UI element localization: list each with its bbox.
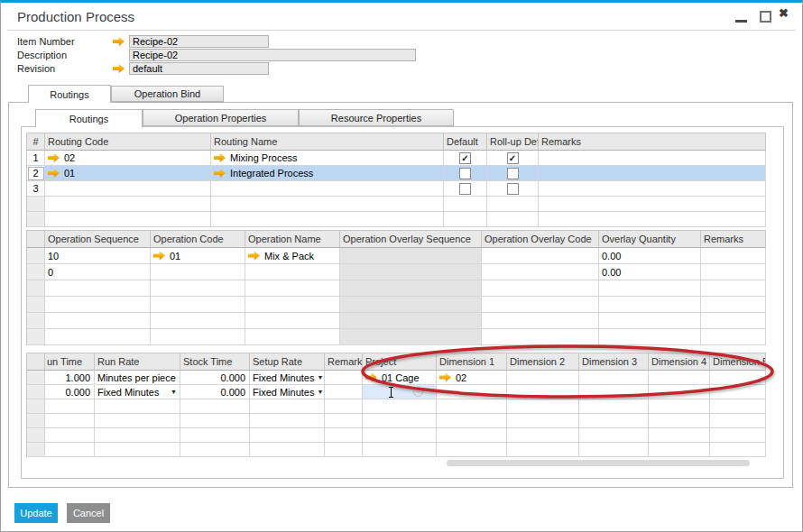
cancel-button[interactable]: Cancel [67, 503, 110, 523]
link-arrow-icon[interactable] [113, 37, 125, 46]
table-cell[interactable] [27, 297, 45, 313]
table-cell[interactable] [507, 443, 579, 457]
remarks-cell[interactable] [539, 181, 766, 197]
table-cell[interactable] [507, 399, 579, 414]
table-cell[interactable] [710, 443, 766, 457]
table-cell[interactable] [27, 399, 45, 414]
table-cell[interactable] [437, 414, 507, 428]
table-cell[interactable] [599, 313, 701, 329]
table-cell[interactable] [45, 399, 95, 414]
table-cell[interactable] [599, 297, 701, 313]
table-cell[interactable] [151, 313, 245, 329]
table-cell[interactable] [45, 428, 95, 443]
row-number[interactable]: 1 [27, 151, 45, 166]
row-header[interactable] [27, 248, 45, 264]
overlay-quantity-cell[interactable]: 0.00 [599, 264, 701, 280]
tab-routings-outer[interactable]: Routings [28, 85, 111, 103]
table-cell[interactable] [363, 428, 437, 443]
table-cell[interactable] [482, 313, 599, 329]
rollup-checkbox[interactable] [507, 152, 519, 164]
stock-time-cell[interactable]: 0.000 [180, 385, 250, 399]
dimension4-cell[interactable] [649, 371, 710, 385]
table-cell[interactable] [245, 297, 340, 313]
table-cell[interactable] [363, 414, 437, 428]
routing-code-cell[interactable]: 01 [45, 166, 211, 181]
table-cell[interactable] [539, 212, 766, 227]
link-arrow-icon[interactable] [439, 373, 451, 382]
dimension2-cell[interactable] [507, 385, 579, 399]
table-cell[interactable] [151, 329, 245, 345]
table-cell[interactable] [710, 428, 766, 443]
dimension3-cell[interactable] [579, 371, 649, 385]
dropdown-icon[interactable]: ▼ [314, 374, 323, 381]
run-time-cell[interactable]: 1.000 [45, 371, 95, 385]
table-cell[interactable] [27, 443, 45, 457]
routing-name-cell[interactable] [211, 181, 444, 197]
table-cell[interactable] [649, 428, 710, 443]
stock-time-cell[interactable]: 0.000 [180, 371, 250, 385]
table-cell[interactable] [27, 329, 45, 345]
rollup-cell[interactable] [487, 166, 539, 181]
table-cell[interactable] [180, 414, 250, 428]
revision-field[interactable]: default [129, 62, 269, 75]
overlay-quantity-cell[interactable]: 0.00 [599, 248, 701, 264]
dimension1-cell[interactable]: 02 [437, 371, 507, 385]
table-cell[interactable] [437, 399, 507, 414]
setup-rate-cell[interactable]: Fixed Minutes▼ [250, 371, 325, 385]
remarks-cell[interactable] [539, 151, 766, 166]
table-cell[interactable] [27, 212, 45, 227]
table-cell[interactable] [250, 428, 325, 443]
link-arrow-icon[interactable] [48, 169, 60, 178]
remarks-cell[interactable] [701, 248, 766, 264]
remarks-cell[interactable] [325, 385, 363, 399]
table-cell[interactable] [45, 280, 151, 297]
remarks-cell[interactable] [539, 166, 766, 181]
table-cell[interactable] [507, 414, 579, 428]
table-cell[interactable] [45, 212, 211, 227]
routing-name-cell[interactable]: Mixing Process [211, 151, 444, 166]
table-cell[interactable] [487, 212, 539, 227]
row-number[interactable]: 2 [27, 166, 45, 181]
table-cell[interactable] [95, 414, 180, 428]
table-cell[interactable] [325, 399, 363, 414]
table-cell[interactable] [487, 197, 539, 212]
run-time-cell[interactable]: 0.000 [45, 385, 95, 399]
table-cell[interactable] [211, 197, 444, 212]
table-cell[interactable] [180, 443, 250, 457]
table-cell[interactable] [649, 399, 710, 414]
table-cell[interactable] [45, 414, 95, 428]
rollup-checkbox[interactable] [507, 183, 519, 195]
default-cell[interactable] [444, 166, 487, 181]
table-cell[interactable] [437, 428, 507, 443]
tab-routings-inner[interactable]: Routings [35, 109, 143, 127]
table-cell[interactable] [45, 313, 151, 329]
table-cell[interactable] [579, 399, 649, 414]
tab-operation-properties[interactable]: Operation Properties [143, 109, 299, 126]
table-cell[interactable] [45, 197, 211, 212]
setup-rate-cell[interactable]: Fixed Minutes▼ [250, 385, 325, 399]
table-cell[interactable] [579, 414, 649, 428]
table-cell[interactable] [27, 280, 45, 297]
default-checkbox[interactable] [459, 168, 471, 179]
table-cell[interactable] [151, 280, 245, 297]
table-cell[interactable] [649, 443, 710, 457]
table-cell[interactable] [710, 414, 766, 428]
table-cell[interactable] [482, 280, 599, 297]
rollup-cell[interactable] [487, 151, 539, 166]
table-cell[interactable] [245, 280, 340, 297]
table-cell[interactable] [180, 399, 250, 414]
table-cell[interactable] [250, 399, 325, 414]
description-field[interactable]: Recipe-02 [129, 49, 416, 61]
link-arrow-icon[interactable] [113, 64, 125, 73]
remarks-cell[interactable] [701, 264, 766, 280]
table-cell[interactable] [27, 414, 45, 428]
table-cell[interactable] [45, 329, 151, 345]
update-button[interactable]: Update [14, 503, 58, 523]
table-cell[interactable] [701, 329, 766, 345]
link-arrow-icon[interactable] [48, 153, 60, 162]
table-cell[interactable] [599, 329, 701, 345]
table-cell[interactable] [482, 297, 599, 313]
table-cell[interactable] [245, 329, 340, 345]
table-cell[interactable] [437, 443, 507, 457]
table-cell[interactable] [95, 399, 180, 414]
